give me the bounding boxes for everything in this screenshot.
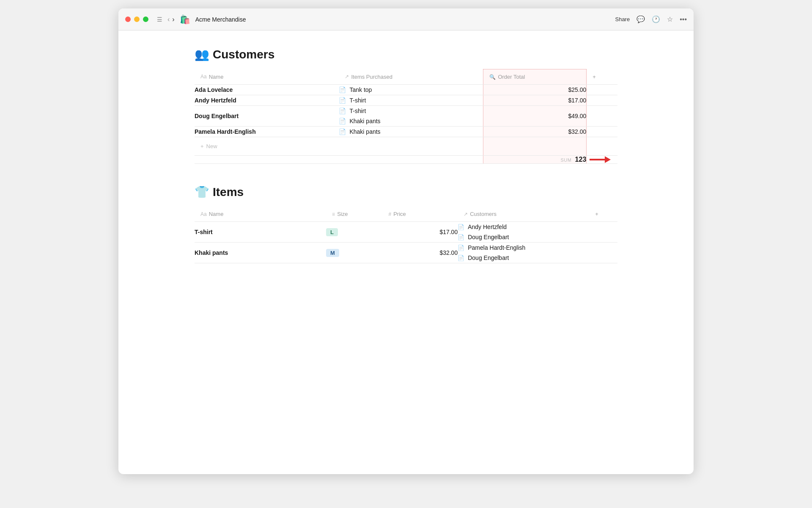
customer-name: Andy Hertzfeld	[468, 224, 507, 230]
item-name: Khaki pants	[195, 243, 326, 263]
row-add	[589, 243, 617, 263]
th-items-purchased: ↗ Items Purchased	[339, 69, 483, 85]
item-customers: 📄 Andy Hertzfeld 📄 Doug Engelbart	[458, 222, 589, 243]
customer-items: 📄 Tank top	[339, 85, 483, 95]
items-col-icon: ↗	[345, 74, 349, 80]
table-row: Andy Hertzfeld 📄 T-shirt $17.00	[195, 95, 617, 106]
share-button[interactable]: Share	[615, 16, 630, 22]
customer-doc-icon: 📄	[458, 234, 464, 240]
row-add	[589, 222, 617, 243]
items-emoji: 👕	[195, 185, 209, 199]
customer-name: Andy Hertzfeld	[195, 95, 339, 106]
titlebar-right: Share 💬 🕐 ☆ •••	[615, 15, 687, 23]
items-th-size: ≡ Size	[326, 207, 382, 222]
items-th-add[interactable]: +	[589, 207, 617, 222]
red-arrow	[590, 156, 611, 163]
plus-icon: +	[200, 143, 204, 149]
chat-icon[interactable]: 💬	[636, 15, 645, 23]
order-total-value: $32.00	[483, 127, 587, 137]
item-size: L	[326, 222, 382, 243]
size-badge-l: L	[326, 228, 338, 236]
customer-name: Pamela Hardt-English	[468, 244, 525, 251]
items-table: Aa Name ≡ Size #	[195, 207, 617, 263]
th-add-col[interactable]: +	[587, 69, 617, 85]
items-section: 👕 Items Aa Name ≡	[195, 185, 617, 263]
item-name: T-shirt	[349, 97, 366, 104]
items-heading: 👕 Items	[195, 185, 617, 199]
table-row: Ada Lovelace 📄 Tank top $25.00	[195, 85, 617, 95]
item-name: Khaki pants	[349, 128, 380, 135]
star-icon[interactable]: ☆	[667, 15, 673, 23]
customer-items: 📄 T-shirt	[339, 95, 483, 106]
items-th-name: Aa Name	[195, 207, 326, 222]
table-row: Pamela Hardt-English 📄 Khaki pants $32.0…	[195, 127, 617, 137]
app-icon: 🛍️	[180, 14, 190, 25]
price-col-icon: #	[388, 211, 391, 217]
item-doc-icon: 📄	[339, 128, 346, 135]
item-doc-icon: 📄	[339, 118, 346, 124]
maximize-button[interactable]	[143, 17, 148, 22]
name-col-icon: Aa	[200, 74, 207, 80]
customer-name: Doug Engelbart	[468, 234, 509, 240]
sum-label: SUM	[560, 157, 571, 163]
table-row: T-shirt L $17.00 📄 Andy Hertzfeld 📄	[195, 222, 617, 243]
sum-value: 123	[575, 156, 587, 163]
item-name: T-shirt	[195, 222, 326, 243]
customer-items: 📄 Khaki pants	[339, 127, 483, 137]
item-price: $17.00	[382, 222, 458, 243]
content-area: 👥 Customers Aa Name ↗ Items Purchased	[118, 30, 694, 474]
row-add	[587, 127, 617, 137]
customers-table: Aa Name ↗ Items Purchased 🔍 Order	[195, 69, 617, 164]
size-badge-m: M	[326, 249, 339, 257]
item-doc-icon: 📄	[339, 97, 346, 104]
row-add	[587, 106, 617, 127]
new-row: + New	[195, 137, 617, 156]
menu-icon[interactable]: ☰	[157, 16, 162, 23]
item-price: $32.00	[382, 243, 458, 263]
back-button[interactable]: ‹	[167, 16, 170, 23]
close-button[interactable]	[125, 17, 131, 22]
new-record-button[interactable]: + New	[200, 143, 217, 149]
th-name: Aa Name	[195, 69, 339, 85]
customer-name: Doug Engelbart	[195, 106, 339, 127]
name-col-icon: Aa	[200, 211, 207, 217]
items-th-price: # Price	[382, 207, 458, 222]
forward-button[interactable]: ›	[172, 16, 174, 23]
nav-arrows: ‹ ›	[167, 16, 175, 23]
item-name: Tank top	[349, 86, 372, 93]
customers-col-icon: ↗	[464, 211, 468, 217]
minimize-button[interactable]	[134, 17, 140, 22]
customer-doc-icon: 📄	[458, 245, 464, 251]
customer-name: Doug Engelbart	[468, 254, 509, 261]
customer-doc-icon: 📄	[458, 255, 464, 261]
sum-row: SUM 123	[195, 156, 617, 164]
app-window: ☰ ‹ › 🛍️ Acme Merchandise Share 💬 🕐 ☆ ••…	[118, 8, 694, 474]
customer-doc-icon: 📄	[458, 224, 464, 230]
more-icon[interactable]: •••	[680, 16, 687, 23]
customer-name: Ada Lovelace	[195, 85, 339, 95]
customer-items: 📄 T-shirt 📄 Khaki pants	[339, 106, 483, 127]
order-total-value: $25.00	[483, 85, 587, 95]
titlebar: ☰ ‹ › 🛍️ Acme Merchandise Share 💬 🕐 ☆ ••…	[118, 8, 694, 30]
table-row: Khaki pants M $32.00 📄 Pamela Hardt-Engl…	[195, 243, 617, 263]
item-name: Khaki pants	[349, 118, 380, 124]
row-add	[587, 95, 617, 106]
item-doc-icon: 📄	[339, 86, 346, 93]
customer-name: Pamela Hardt-English	[195, 127, 339, 137]
order-total-value: $49.00	[483, 106, 587, 127]
arrow-shaft	[590, 159, 605, 160]
history-icon[interactable]: 🕐	[652, 15, 660, 23]
item-doc-icon: 📄	[339, 108, 346, 114]
app-title: Acme Merchandise	[195, 16, 246, 23]
row-add	[587, 85, 617, 95]
item-customers: 📄 Pamela Hardt-English 📄 Doug Engelbart	[458, 243, 589, 263]
new-row-cell: + New	[195, 137, 483, 156]
table-row: Doug Engelbart 📄 T-shirt 📄 Khaki pants $…	[195, 106, 617, 127]
size-col-icon: ≡	[332, 211, 335, 217]
item-name: T-shirt	[349, 108, 366, 114]
th-order-total: 🔍 Order Total	[483, 69, 587, 85]
order-col-icon: 🔍	[489, 74, 496, 80]
items-th-customers: ↗ Customers	[458, 207, 589, 222]
sum-cell: SUM 123	[483, 156, 587, 164]
traffic-lights	[125, 17, 148, 22]
